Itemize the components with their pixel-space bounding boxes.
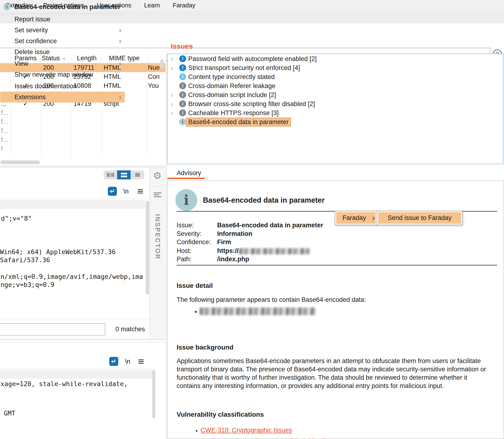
issue-label: Base64-encoded data in parameter (186, 118, 291, 126)
info-teal-icon: i (179, 118, 186, 125)
cell-title (148, 126, 160, 135)
expand-chevron-icon[interactable]: › (171, 64, 173, 72)
field-label: Path: (177, 256, 192, 263)
code-line: Win64; x64) AppleWebKit/537.36 (0, 248, 116, 256)
horizontal-splitter[interactable] (0, 166, 165, 166)
search-input[interactable] (0, 323, 105, 336)
menu-item-report-issue[interactable]: Report issue (0, 14, 125, 25)
editor-menu-icon-response[interactable] (139, 359, 144, 365)
issues-tree[interactable]: ›!Password field with autocomplete enabl… (167, 54, 504, 164)
expand-chevron-icon[interactable]: › (171, 109, 173, 117)
expand-chevron-icon[interactable]: › (171, 100, 173, 108)
cwe-link[interactable]: CWE-310: Cryptographic Issues (200, 427, 292, 434)
issue-context-menu: i Base64-encoded data in parameter Repor… (0, 0, 125, 103)
request-scrollbar[interactable] (146, 201, 149, 295)
row-icon (121, 173, 127, 174)
divider (0, 198, 150, 199)
vertical-splitter[interactable] (166, 53, 167, 439)
table-row[interactable]: f... (0, 126, 165, 135)
advisory-title: Base64-encoded data in parameter (203, 196, 325, 205)
field-label: Issue: (177, 222, 194, 229)
viewer-splitter[interactable] (0, 339, 165, 340)
menu-item-extensions[interactable]: Extensions› (0, 92, 125, 102)
menu-item-label: View (14, 58, 28, 69)
issue-tree-item[interactable]: ›!Password field with autocomplete enabl… (168, 55, 500, 63)
cwe-link[interactable]: CWE-311: Missing Encryption of Sensitive… (200, 438, 335, 439)
word-wrap-button-response[interactable]: ↵ (109, 357, 118, 366)
menu-item-issues-documentation[interactable]: Issues documentation (0, 81, 125, 92)
response-scrollbar[interactable] (152, 370, 155, 418)
menu-item-send-issue-to-faraday[interactable]: Send issue to Faraday (377, 211, 463, 225)
issue-label: Strict transport security not enforced [… (186, 64, 302, 72)
expand-chevron-icon[interactable]: › (171, 91, 173, 99)
cell-length (73, 108, 100, 117)
request-editor[interactable]: d";v="8"Win64; x64) AppleWebKit/537.36Sa… (0, 199, 150, 319)
cell-url: f (1, 144, 10, 153)
table-horizontal-scrollbar[interactable] (0, 160, 40, 164)
issue-tree-item[interactable]: iBase64-encoded data in parameter (168, 118, 500, 126)
inspector-sidebar[interactable]: ⚙ INSPECTOR (150, 168, 165, 339)
column-icon (107, 173, 110, 177)
selected-line-band (0, 200, 145, 209)
table-row[interactable]: f (0, 144, 165, 153)
layout-rows-button[interactable] (117, 170, 131, 179)
cell-status (43, 117, 69, 126)
field-label: Confidence: (177, 238, 211, 246)
info-icon: i (176, 189, 197, 211)
collapse-icon[interactable] (154, 193, 162, 193)
issue-tree-item[interactable]: iCross-domain Referer leakage (168, 82, 500, 90)
issue-tree-item[interactable]: !Content type incorrectly stated (168, 73, 500, 81)
collapse-icon (154, 196, 162, 197)
menu-item-label: Report issue (14, 14, 50, 25)
issue-tree-item[interactable]: ›iCacheable HTTPS response [3] (168, 109, 500, 117)
cell-title (148, 135, 160, 144)
cell-length (73, 144, 100, 153)
single-pane-icon (135, 173, 140, 177)
word-wrap-button[interactable]: ↵ (108, 187, 117, 196)
code-line: d";v="8" (1, 215, 32, 222)
newline-toggle-response[interactable]: \n (125, 358, 130, 365)
cell-url: f... (1, 108, 10, 117)
table-vertical-scrollbar[interactable] (160, 59, 164, 69)
cell-url: f... (1, 126, 10, 135)
cell-title: Nue (148, 63, 160, 72)
tab-advisory-underline (167, 178, 205, 179)
table-row[interactable]: f... (0, 135, 165, 144)
menu-learn[interactable]: Learn (144, 2, 160, 9)
menu-item-show-new-site-map-window[interactable]: Show new site map window (0, 69, 125, 80)
field-value: https:// (217, 247, 310, 255)
column-icon (111, 173, 114, 177)
expand-chevron-icon[interactable]: › (171, 55, 173, 63)
response-editor[interactable]: xage=120, stale-while-revalidate,GMT (0, 369, 155, 439)
issue-tree-item[interactable]: ›iBrowser cross-site scripting filter di… (168, 100, 500, 108)
submenu-faraday[interactable]: Faraday › (335, 211, 377, 225)
inspector-label: INSPECTOR (154, 214, 161, 260)
collapse-icon (154, 194, 159, 195)
table-row[interactable]: f... (0, 108, 165, 117)
search-match-count: 0 matches (116, 326, 145, 333)
cell-length (73, 126, 100, 135)
layout-columns-button[interactable] (104, 170, 117, 179)
menu-item-view[interactable]: View› (0, 58, 125, 69)
word-wrap-icon: ↵ (110, 188, 115, 195)
gear-icon[interactable]: ⚙ (153, 170, 162, 181)
issue-tree-item[interactable]: ›iCross-domain script include [2] (168, 91, 500, 99)
divider (177, 265, 497, 266)
menu-item-set-severity[interactable]: Set severity› (0, 25, 125, 36)
newline-toggle[interactable]: \n (123, 188, 129, 195)
table-row[interactable]: f... (0, 117, 165, 126)
cell-length (73, 135, 100, 144)
editor-menu-icon[interactable] (138, 188, 143, 194)
menu-item-set-confidence[interactable]: Set confidence› (0, 36, 125, 47)
layout-single-button[interactable] (131, 170, 144, 179)
issue-tree-item[interactable]: ›!Strict transport security not enforced… (168, 64, 500, 72)
menu-item-delete-issue[interactable]: Delete issue (0, 47, 125, 57)
cell-title (148, 108, 160, 117)
issue-label: Cross-domain Referer leakage (186, 82, 278, 90)
cell-title: Con (148, 72, 160, 81)
tab-advisory[interactable]: Advisory (177, 170, 201, 177)
issues-panel-title: Issues (171, 42, 193, 50)
menu-faraday[interactable]: Faraday (173, 2, 195, 9)
code-line: nge;v=b3;q=0.9 (0, 281, 55, 288)
cell-title (148, 90, 160, 99)
